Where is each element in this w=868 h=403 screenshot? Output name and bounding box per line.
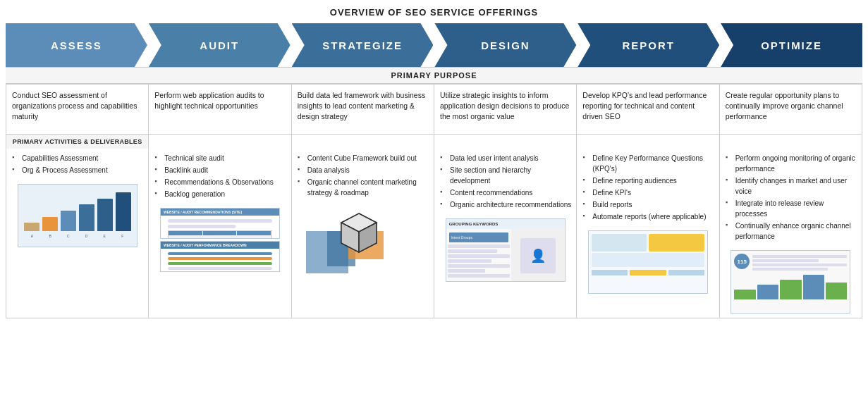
report-lines: [752, 254, 847, 272]
primary-purpose-header-row: PRIMARY PURPOSE: [6, 67, 862, 85]
activities-list-strategize: Content Cube Framework build out Data an…: [292, 149, 434, 202]
thumb-optimize: 115: [720, 246, 862, 318]
doc-header: WEBSITE / AUDIT PERFORMANCE BREAKDOWN: [161, 242, 279, 249]
dashboard-thumbnail: [588, 230, 708, 294]
cell: [237, 231, 271, 235]
doc-line: [168, 262, 272, 265]
col-strategize: Build data led framework with business i…: [292, 85, 434, 318]
dash-top-row: [589, 231, 707, 253]
doc-line: [168, 252, 272, 255]
doc-table: [168, 230, 272, 239]
cell: [203, 231, 238, 235]
activity-item: Organic channel content marketing strate…: [302, 177, 429, 198]
activity-item: Capabilities Assessment: [16, 153, 144, 163]
activity-item: Data led user intent analysis: [444, 153, 572, 163]
report-top: 115: [734, 254, 847, 272]
kw-row: [448, 259, 491, 263]
cell: [169, 231, 203, 235]
primary-purpose-header: PRIMARY PURPOSE: [6, 68, 862, 84]
activity-item: Backlink audit: [159, 165, 286, 175]
cell: [203, 236, 238, 239]
col-optimize: Create regular opportunity plans to cont…: [720, 85, 862, 318]
activities-audit: x Technical site audit Backlink audit Re…: [149, 134, 291, 276]
purpose-assess: Conduct SEO assessment of organizations …: [6, 85, 148, 134]
activity-item: Integrate into release review processes: [730, 198, 857, 219]
report-bar-chart: [734, 275, 847, 299]
page-title: OVERVIEW OF SEO SERVICE OFFERINGS: [6, 7, 862, 18]
dash-chart-1: [592, 234, 647, 252]
report-bar: [826, 283, 847, 300]
activities-header-assess: PRIMARY ACTIVITIES & DELIVERABLES: [6, 135, 148, 149]
kw-row: [448, 244, 510, 248]
bar: [24, 223, 39, 231]
phase-assess: ASSESS: [6, 23, 147, 67]
report-line: [752, 259, 819, 262]
dash-cell-yellow: [630, 270, 666, 275]
dash-mid: [589, 253, 707, 270]
kw-box: Intent Groups: [449, 232, 508, 242]
activities-strategize: x Content Cube Framework build out Data …: [292, 134, 434, 278]
col-report: Develop KPQ's and lead performance repor…: [577, 85, 719, 318]
purpose-design: Utilize strategic insights to inform app…: [434, 85, 576, 134]
keyword-thumbnail: GROUPING KEYWORDS Intent Groups: [446, 218, 566, 282]
activity-item: Site section and hierarchy development: [444, 165, 572, 186]
thumb-design: GROUPING KEYWORDS Intent Groups: [434, 214, 576, 286]
thumb-report: [577, 226, 719, 298]
col-audit: Perform web application audits to highli…: [149, 85, 291, 318]
bar: [97, 199, 113, 231]
activity-item: Identify changes in market and user voic…: [730, 175, 857, 197]
bar: [61, 211, 76, 231]
phase-strategize: STRATEGIZE: [292, 23, 434, 67]
kw-row: [448, 274, 510, 278]
dash-chart-2: [649, 234, 704, 252]
activity-item: Continually enhance organic channel perf…: [730, 221, 857, 242]
kw-left: Intent Groups: [446, 229, 511, 282]
activities-optimize: x Perform ongoing monitoring of organic …: [720, 134, 862, 318]
chart-thumbnail-assess: A B C D E F: [18, 184, 137, 247]
kw-right: 👤: [511, 229, 565, 282]
purpose-report: Develop KPQ's and lead performance repor…: [577, 85, 719, 134]
activity-item: Automate reports (where applicable): [587, 211, 714, 222]
kw-image-placeholder: 👤: [520, 238, 556, 273]
activity-item: Org & Process Assessment: [16, 165, 144, 175]
bar: [42, 217, 58, 231]
kw-header: GROUPING KEYWORDS: [446, 219, 565, 229]
thumb-strategize: [292, 202, 434, 278]
phase-banner: ASSESS AUDIT STRATEGIZE DESIGN REPORT OP…: [6, 23, 862, 67]
kw-row: [448, 249, 498, 253]
col-design: Utilize strategic insights to inform app…: [434, 85, 577, 318]
cube-area: [306, 206, 419, 273]
phase-design: DESIGN: [434, 23, 576, 67]
activities-report: x Define Key Performance Questions (KPQ'…: [577, 134, 719, 298]
thumb-assess: A B C D E F: [6, 180, 148, 252]
kw-row: [448, 254, 510, 258]
activity-item: Content recommendations: [444, 187, 572, 198]
bar-chart-mini: [18, 185, 137, 234]
doc-thumbnails-audit: WEBSITE / AUDIT RECOMMENDATIONS (SITE): [160, 208, 280, 272]
report-line: [752, 268, 828, 271]
report-bar: [780, 280, 801, 299]
chart-labels: A B C D E F: [18, 234, 137, 241]
activity-item: Data analysis: [302, 165, 429, 175]
doc-header: WEBSITE / AUDIT RECOMMENDATIONS (SITE): [161, 209, 279, 216]
kw-row: [448, 264, 510, 268]
dash-bottom-row: [592, 270, 704, 275]
report-bar: [734, 290, 755, 299]
activity-item: Build reports: [587, 199, 714, 210]
activities-list-assess: Capabilities Assessment Org & Process As…: [6, 149, 148, 180]
purpose-audit: Perform web application audits to highli…: [149, 85, 291, 134]
cube-icon: [334, 210, 384, 259]
doc-line: [168, 257, 272, 260]
activity-item: Perform ongoing monitoring of organic pe…: [730, 153, 857, 174]
activity-item: Technical site audit: [159, 153, 286, 163]
kw-row: [448, 269, 485, 273]
phase-optimize: OPTIMIZE: [721, 23, 862, 67]
report-bar: [757, 285, 778, 299]
doc-line: [168, 267, 272, 270]
activity-item: Content Cube Framework build out: [302, 153, 429, 163]
kw-content: Intent Groups: [446, 229, 565, 282]
cell: [237, 236, 271, 239]
purpose-strategize: Build data led framework with business i…: [292, 85, 434, 134]
activity-item: Define reporting audiences: [587, 175, 714, 186]
activity-item: Define Key Performance Questions (KPQ's): [587, 153, 714, 174]
